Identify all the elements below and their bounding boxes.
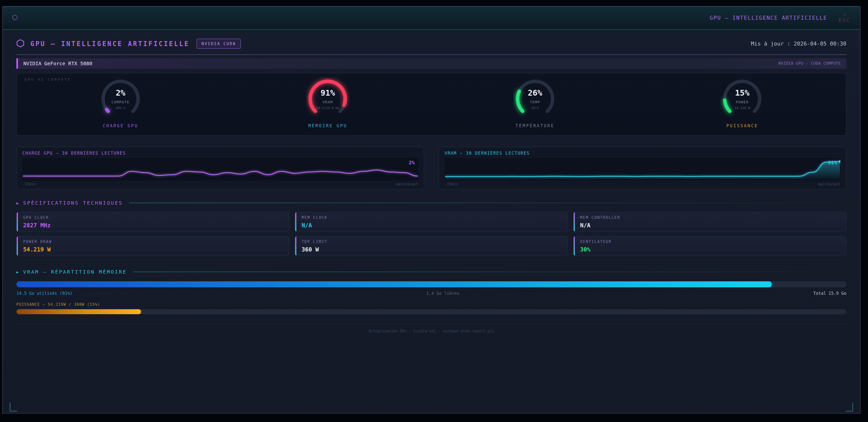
app-window: GPU — INTELLIGENCE ARTIFICIELLE × ESC GP…: [2, 6, 861, 414]
spec-value: N/A: [302, 222, 561, 229]
axis-label-end: maintenant: [396, 182, 418, 187]
header-divider: [17, 54, 846, 55]
vram-progressbar-fill: [17, 281, 772, 287]
vram-section-title: VRAM — RÉPARTITION MÉMOIRE: [23, 269, 127, 275]
topbar-title: GPU — INTELLIGENCE ARTIFICIELLE: [710, 15, 827, 21]
specs-section-header: ▸ SPÉCIFICATIONS TECHNIQUES: [17, 200, 846, 206]
vram-free: 1.4 Go libres: [426, 291, 460, 296]
specs-section-title: SPÉCIFICATIONS TECHNIQUES: [23, 200, 123, 206]
gauge-detail: 29°C: [531, 106, 539, 110]
axis-label-start: -15min: [444, 182, 458, 187]
power-progressbar-fill: [17, 309, 141, 314]
spec-card-gpu-clock: GPU CLOCK 2827 MHz: [17, 212, 289, 232]
corner-bracket-right: [846, 402, 853, 412]
axis-label-start: -15min: [22, 182, 36, 187]
last-updated: Mis à jour : 2026-04-05 00:30: [751, 40, 846, 47]
spec-value: 30%: [580, 246, 840, 253]
spec-value: N/A: [580, 222, 840, 229]
dashboard-content: GPU — INTELLIGENCE ARTIFICIELLE NVIDIA C…: [3, 38, 860, 414]
spec-value: 2827 MHz: [23, 222, 283, 229]
close-esc-button[interactable]: × ESC: [839, 13, 850, 23]
page-title: GPU — INTELLIGENCE ARTIFICIELLE: [30, 40, 189, 48]
gauge-label: TEMPÉRATURE: [516, 123, 555, 128]
spec-value: 54.219 W: [23, 246, 283, 253]
gauge-value: 15%: [735, 88, 749, 97]
spec-label: VENTILATEUR: [580, 240, 840, 244]
gauge-detail: 14.5/15.9 Go: [316, 106, 339, 110]
vram-stats-row: 14.5 Go utilisés (91%) 1.4 Go libres Tot…: [17, 291, 846, 296]
vram-progressbar: [17, 281, 846, 287]
chart-axis: -15min maintenant: [22, 182, 418, 187]
spec-card-power-draw: POWER DRAW 54.219 W: [17, 236, 289, 256]
esc-label: ESC: [839, 18, 850, 23]
axis-label-end: maintenant: [818, 182, 840, 187]
gauge-metric: TEMP: [530, 100, 540, 104]
power-bar-label: PUISSANCE — 54.219W / 360W (15%): [17, 302, 846, 307]
line-series: [444, 158, 840, 180]
chart-panel-gpu-load: CHARGE GPU — 30 DERNIÈRES LECTURES 2% -1…: [17, 147, 424, 190]
gpu-name: NVIDIA GeForce RTX 5080: [23, 60, 92, 66]
spec-card-mem-clock: MEM CLOCK N/A: [295, 212, 568, 232]
gauge-vram: 91% VRAM 14.5/15.9 Go MÉMOIRE GPU: [224, 77, 432, 135]
spec-label: GPU CLOCK: [23, 215, 283, 220]
gauge-temperature: 26% TEMP 29°C TEMPÉRATURE: [431, 77, 639, 135]
nvidia-cuda-badge: NVIDIA CUDA: [196, 38, 241, 49]
gauge-detail: 54.219 W: [735, 106, 750, 110]
corner-bracket-left: [10, 402, 17, 412]
panel-watermark: GPU AI COMPUTE: [24, 78, 71, 81]
topbar-right: GPU — INTELLIGENCE ARTIFICIELLE × ESC: [710, 13, 850, 23]
gauge-gpu-load: 2% COMPUTE GPU % CHARGE GPU: [17, 77, 224, 135]
vram-total: Total 15.9 Go: [813, 291, 846, 296]
vram-used: 14.5 Go utilisés (91%): [17, 291, 72, 296]
page-header: GPU — INTELLIGENCE ARTIFICIELLE NVIDIA C…: [17, 38, 846, 49]
gauge-ring: 15% POWER 54.219 W: [720, 77, 764, 121]
chart-current-value: 2%: [409, 160, 415, 166]
gauge-power: 15% POWER 54.219 W PUISSANCE: [639, 77, 846, 135]
specs-section: ▸ SPÉCIFICATIONS TECHNIQUES GPU CLOCK 28…: [17, 200, 846, 256]
chart-title: VRAM — 30 DERNIÈRES LECTURES: [444, 151, 840, 156]
gauge-detail: GPU %: [116, 106, 125, 110]
gpu-load-chart: 2%: [22, 158, 418, 180]
spec-label: POWER DRAW: [23, 240, 283, 244]
spec-label: TDP LIMIT: [302, 240, 561, 244]
gauges-panel: GPU AI COMPUTE 2% COMPUTE GPU % CHARGE G…: [17, 73, 846, 136]
spec-card-tdp-limit: TDP LIMIT 360 W: [295, 236, 568, 256]
gauge-metric: VRAM: [322, 100, 333, 104]
gauge-ring: 26% TEMP 29°C: [513, 77, 557, 121]
vram-chart: 91%: [444, 158, 840, 180]
hexagon-icon: [17, 39, 24, 49]
gauge-value: 2%: [116, 88, 125, 97]
gauge-value: 26%: [528, 88, 542, 97]
spec-label: MEM CONTROLLER: [580, 215, 840, 220]
spec-value: 360 W: [302, 246, 561, 253]
gauge-label: PUISSANCE: [726, 123, 758, 128]
spec-label: MEM CLOCK: [302, 215, 561, 220]
chart-panel-vram: VRAM — 30 DERNIÈRES LECTURES 91% -15min …: [439, 147, 846, 190]
footer-status: Actualisation 60s · nvidia-smi · windows…: [17, 323, 846, 333]
section-divider: [129, 203, 846, 203]
chart-title: CHARGE GPU — 30 DERNIÈRES LECTURES: [22, 151, 418, 156]
gauge-metric: POWER: [736, 100, 749, 104]
power-progressbar: [17, 309, 846, 314]
gauge-label: MÉMOIRE GPU: [308, 123, 347, 128]
topbar: GPU — INTELLIGENCE ARTIFICIELLE × ESC: [3, 7, 860, 30]
close-icon: ×: [843, 13, 846, 17]
line-series: [22, 158, 418, 180]
section-divider: [133, 272, 846, 272]
gpu-tag: NVIDIA GPU · CUDA COMPUTE: [778, 61, 841, 66]
specs-grid: GPU CLOCK 2827 MHz MEM CLOCK N/A MEM CON…: [17, 212, 846, 256]
gauge-value: 91%: [320, 88, 335, 97]
hexagon-icon: [12, 15, 18, 21]
chart-axis: -15min maintenant: [444, 182, 840, 187]
arrow-icon: ▸: [17, 270, 19, 275]
arrow-icon: ▸: [17, 200, 19, 206]
vram-section: ▸ VRAM — RÉPARTITION MÉMOIRE 14.5 Go uti…: [17, 269, 846, 314]
vram-section-header: ▸ VRAM — RÉPARTITION MÉMOIRE: [17, 269, 846, 275]
spec-card-mem-controller: MEM CONTROLLER N/A: [574, 212, 846, 232]
chart-current-value: 91%: [828, 160, 837, 166]
gauge-label: CHARGE GPU: [103, 123, 138, 128]
gauge-metric: COMPUTE: [112, 100, 129, 104]
spec-card-fan: VENTILATEUR 30%: [574, 236, 846, 256]
charts-row: CHARGE GPU — 30 DERNIÈRES LECTURES 2% -1…: [17, 147, 846, 190]
gauge-ring: 91% VRAM 14.5/15.9 Go: [306, 77, 349, 121]
